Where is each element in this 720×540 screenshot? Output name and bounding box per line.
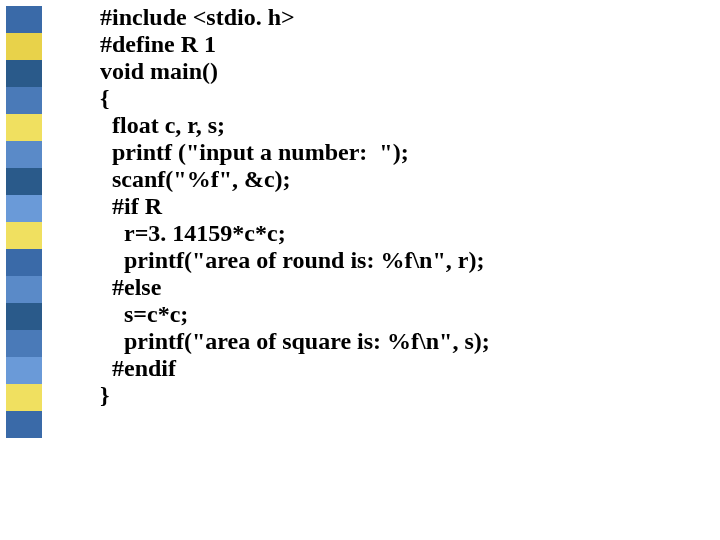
bullet-square (6, 303, 42, 330)
bullet-square (6, 195, 42, 222)
bullet-square (6, 141, 42, 168)
bullet-square (6, 384, 42, 411)
bullet-square (6, 276, 42, 303)
bullet-square (6, 114, 42, 141)
bullet-column (6, 6, 42, 438)
bullet-square (6, 87, 42, 114)
bullet-square (6, 33, 42, 60)
bullet-square (6, 60, 42, 87)
bullet-square (6, 6, 42, 33)
bullet-square (6, 357, 42, 384)
bullet-square (6, 330, 42, 357)
code-block: #include <stdio. h> #define R 1 void mai… (100, 4, 490, 409)
bullet-square (6, 222, 42, 249)
bullet-square (6, 168, 42, 195)
bullet-square (6, 411, 42, 438)
bullet-square (6, 249, 42, 276)
